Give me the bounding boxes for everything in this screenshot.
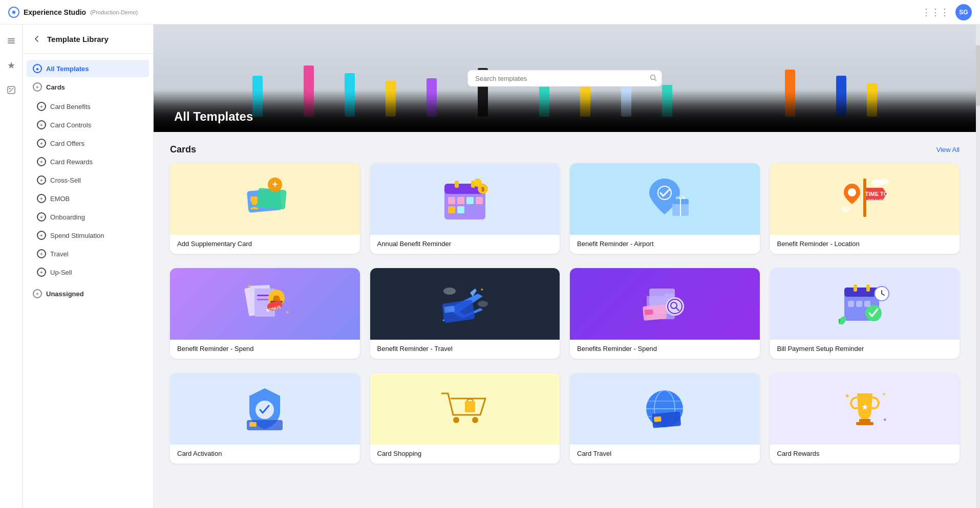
svg-rect-79 [844, 288, 879, 297]
app-logo: Experience Studio (Production-Demo) [8, 7, 138, 18]
scrollbar-track[interactable] [976, 25, 980, 508]
sidebar-item-cards[interactable]: + Cards [27, 78, 149, 96]
sidebar-item-card-benefits[interactable]: + Card Benefits [31, 98, 149, 115]
location-illustration: TIME TO TRAVEL [837, 173, 893, 225]
main-content: All Templates Cards View All [154, 25, 976, 508]
card-image-benefit-airport [570, 163, 760, 235]
card-activation-illustration [237, 383, 293, 434]
grid-icon[interactable]: ⋮⋮⋮ [922, 7, 949, 18]
svg-point-67 [478, 301, 488, 307]
template-card-bill-payment[interactable]: Bill Payment Setup Reminder [770, 268, 960, 359]
annual-benefit-illustration: $ [437, 173, 493, 225]
view-all-link[interactable]: View All [936, 146, 960, 153]
sidebar-title: Template Library [47, 35, 109, 43]
svg-rect-101 [654, 416, 662, 422]
sidebar-item-emob[interactable]: + EMOB [31, 190, 149, 207]
sidebar-item-up-sell[interactable]: + Up-Sell [31, 263, 149, 281]
search-input[interactable] [467, 70, 662, 87]
main-layout: Template Library ● All Templates + Cards… [0, 25, 980, 508]
template-card-benefit-spend[interactable]: BONUS ✦ ✦ Benefit Reminder - Spend [170, 268, 360, 359]
sidebar-item-spend-stimulation[interactable]: + Spend Stimulation [31, 227, 149, 244]
cards-section-title: Cards [170, 144, 196, 155]
svg-text:✦: ✦ [442, 318, 445, 323]
svg-text:✦: ✦ [285, 310, 289, 315]
card-image-bill-payment [770, 268, 960, 340]
user-avatar[interactable]: SG [955, 4, 972, 20]
template-card-annual-benefit[interactable]: $ Annual Benefit Reminder [370, 163, 560, 254]
svg-point-1 [12, 11, 15, 14]
card-label-row3-2: Card Travel [570, 445, 760, 463]
svg-rect-80 [854, 284, 857, 292]
travel-icon: + [37, 249, 46, 258]
sidebar-item-card-controls[interactable]: + Card Controls [31, 116, 149, 134]
svg-rect-102 [859, 419, 870, 422]
benefits-spend-illustration [636, 278, 693, 329]
add-supplementary-illustration: + [234, 173, 295, 225]
template-card-benefit-airport[interactable]: Benefit Reminder - Airport [570, 163, 760, 254]
spend-illustration: BONUS ✦ ✦ [237, 278, 293, 329]
svg-rect-94 [465, 401, 475, 412]
svg-point-38 [474, 179, 482, 187]
template-card-row3-3[interactable]: ★ ✦ ✦ ✦ Card Rewards [770, 373, 960, 463]
sidebar: Template Library ● All Templates + Cards… [23, 25, 154, 508]
sidebar-item-all-templates[interactable]: ● All Templates [27, 60, 149, 77]
card-controls-icon: + [37, 120, 46, 129]
sidebar-cards-children: + Card Benefits + Card Controls + Card O… [27, 98, 149, 281]
svg-rect-36 [457, 206, 464, 213]
scrollbar-thumb[interactable] [976, 45, 980, 106]
sidebar-item-travel[interactable]: + Travel [31, 245, 149, 262]
template-card-benefit-location[interactable]: TIME TO TRAVEL Benefit Reminder - Locati… [770, 163, 960, 254]
cards-icon: + [33, 82, 42, 92]
card-label-row3-3: Card Rewards [770, 445, 960, 463]
onboarding-icon: + [37, 212, 46, 222]
hero-banner: All Templates [154, 25, 976, 132]
svg-text:✦: ✦ [480, 288, 484, 292]
card-label-benefit-spend: Benefit Reminder - Spend [170, 340, 360, 359]
svg-point-73 [666, 297, 684, 316]
card-label-add-supplementary: Add Supplementary Card [170, 235, 360, 254]
sidebar-back-button[interactable] [31, 33, 43, 45]
template-card-row3-1[interactable]: Card Shopping [370, 373, 560, 463]
sidebar-item-onboarding[interactable]: + Onboarding [31, 208, 149, 226]
sidebar-item-unassigned[interactable]: + Unassigned [27, 285, 149, 302]
shopping-illustration [437, 383, 493, 434]
svg-rect-34 [476, 197, 483, 204]
card-image-row3-0 [170, 373, 360, 445]
svg-text:✦: ✦ [882, 391, 886, 397]
cards-section-header: Cards View All [170, 144, 960, 155]
up-sell-icon: + [37, 268, 46, 277]
card-label-row3-1: Card Shopping [370, 445, 560, 463]
bill-payment-illustration [837, 278, 893, 329]
top-nav: Experience Studio (Production-Demo) ⋮⋮⋮ … [0, 0, 980, 25]
search-bar-wrapper [467, 70, 662, 87]
svg-text:✦: ✦ [247, 283, 252, 290]
card-rewards-illustration: ★ ✦ ✦ ✦ [837, 383, 893, 434]
card-image-row3-1 [370, 373, 560, 445]
svg-rect-77 [645, 310, 653, 315]
card-image-benefit-spend: BONUS ✦ ✦ [170, 268, 360, 340]
rail-menu-icon[interactable] [3, 33, 19, 49]
sidebar-item-cross-sell[interactable]: + Cross-Sell [31, 171, 149, 189]
svg-rect-56 [257, 299, 268, 300]
card-image-benefit-travel: ✦ ✦ [370, 268, 560, 340]
template-card-row3-2[interactable]: Card Travel [570, 373, 760, 463]
card-rewards-icon: + [37, 157, 46, 166]
template-card-add-supplementary[interactable]: + Add Supplementary Card [170, 163, 360, 254]
rail-tag-icon[interactable] [3, 82, 19, 98]
sidebar-header: Template Library [23, 25, 153, 54]
rail-star-icon[interactable] [3, 57, 19, 74]
sidebar-item-card-offers[interactable]: + Card Offers [31, 135, 149, 152]
svg-text:+: + [272, 179, 278, 189]
svg-rect-81 [866, 284, 870, 292]
svg-point-20 [651, 75, 655, 79]
card-image-benefit-location: TIME TO TRAVEL [770, 163, 960, 235]
hero-title: All Templates [174, 109, 253, 123]
sidebar-item-card-rewards[interactable]: + Card Rewards [31, 153, 149, 170]
template-card-benefits-spend[interactable]: Benefits Reminder - Spend [570, 268, 760, 359]
template-card-row3-0[interactable]: Card Activation [170, 373, 360, 463]
template-card-benefit-travel[interactable]: ✦ ✦ Benefit Reminder - Travel [370, 268, 560, 359]
content-area: Cards View All [154, 132, 976, 490]
svg-rect-4 [8, 42, 15, 43]
spend-stimulation-icon: + [37, 231, 46, 240]
svg-rect-3 [8, 40, 15, 41]
